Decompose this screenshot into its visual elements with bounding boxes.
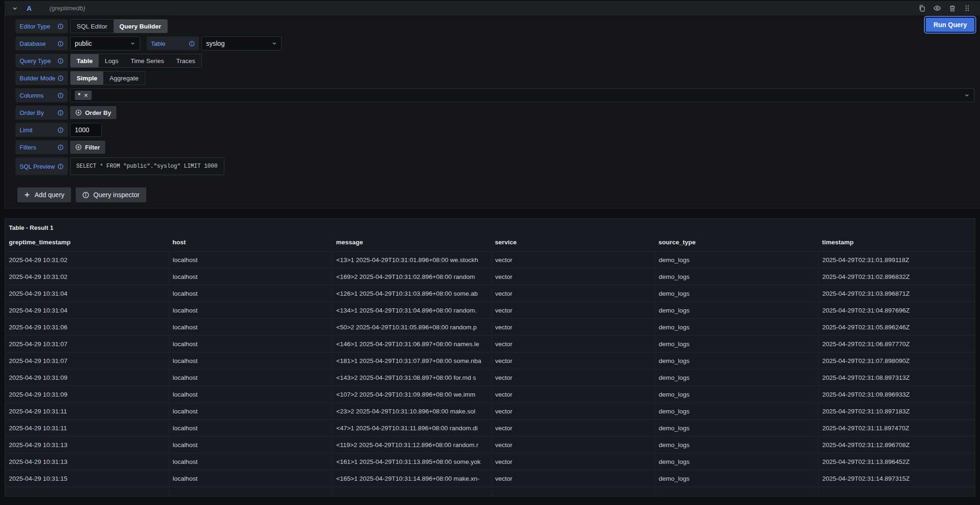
database-select[interactable]: public [70, 36, 140, 50]
column-header-service[interactable]: service [491, 231, 655, 252]
plus-circle-icon [75, 144, 82, 150]
radio-option-aggregate[interactable]: Aggregate [103, 71, 144, 85]
table-row: 2025-04-29 10:31:13localhost<119>2 2025-… [5, 437, 975, 454]
column-header-host[interactable]: host [169, 231, 332, 252]
column-header-timestamp[interactable]: timestamp [818, 231, 975, 252]
column-header-message[interactable]: message [332, 231, 491, 252]
copy-icon[interactable] [918, 5, 926, 12]
info-icon[interactable] [57, 23, 64, 29]
run-query-button[interactable]: Run Query [926, 18, 974, 32]
table-cell: vector [491, 269, 655, 285]
table-cell: localhost [169, 302, 332, 319]
add-order-by-label: Order By [85, 109, 111, 116]
table-row: 2025-04-29 10:31:11localhost<23>2 2025-0… [5, 403, 975, 420]
field-label-columns: Columns [15, 88, 68, 102]
table-cell: localhost [169, 470, 332, 487]
info-icon[interactable] [57, 164, 64, 170]
info-icon[interactable] [57, 110, 64, 116]
table-cell: <181>1 2025-04-29T10:31:07.897+08:00 som… [332, 353, 491, 370]
query-inspector-button[interactable]: Query inspector [76, 187, 146, 202]
plus-icon [24, 192, 30, 198]
field-label-editor-type: Editor Type [15, 19, 68, 33]
add-query-button[interactable]: Add query [17, 187, 71, 202]
query-inspector-label: Query inspector [93, 191, 140, 199]
table-select-value: syslog [206, 40, 268, 47]
info-icon[interactable] [57, 127, 64, 133]
radio-option-sql-editor[interactable]: SQL Editor [71, 20, 114, 33]
table-row: 2025-04-29 10:31:04localhost<126>1 2025-… [5, 285, 975, 302]
table-row: 2025-04-29 10:31:02localhost<13>1 2025-0… [5, 252, 975, 269]
drag-handle-icon[interactable] [964, 5, 971, 12]
radio-option-simple[interactable]: Simple [71, 71, 103, 85]
table-cell: <169>2 2025-04-29T10:31:02.896+08:00 ran… [332, 269, 491, 285]
plus-circle-icon [75, 109, 82, 116]
table-cell: vector [491, 336, 655, 353]
radio-option-traces[interactable]: Traces [170, 54, 201, 67]
table-cell: <146>1 2025-04-29T10:31:06.897+08:00 nam… [332, 336, 491, 353]
chevron-down-icon [964, 92, 970, 98]
table-cell: 2025-04-29 10:31:13 [5, 454, 169, 470]
radio-option-query-builder[interactable]: Query Builder [114, 20, 167, 33]
eye-icon[interactable] [933, 4, 941, 12]
table-cell: demo_logs [655, 269, 818, 285]
info-icon[interactable] [57, 144, 64, 150]
chevron-down-icon[interactable] [12, 5, 18, 12]
table-cell: 2025-04-29 10:31:02 [5, 269, 169, 285]
add-order-by-button[interactable]: Order By [70, 106, 116, 119]
info-icon[interactable] [57, 92, 64, 99]
table-cell: localhost [169, 285, 332, 302]
field-label-text: Query Type [20, 57, 51, 64]
table-cell: localhost [169, 454, 332, 470]
query-row-actions [918, 4, 971, 12]
limit-input[interactable] [70, 123, 102, 137]
table-row: 2025-04-29 10:31:06localhost<50>2 2025-0… [5, 319, 975, 336]
table-row-partial [5, 487, 975, 497]
query-row-header[interactable]: A (greptimedb) [5, 1, 980, 15]
table-cell: 2025-04-29 10:31:09 [5, 370, 169, 386]
table-cell: 2025-04-29T02:31:01.899118Z [818, 252, 975, 269]
datasource-name: (greptimedb) [50, 5, 86, 12]
field-label-text: Table [151, 40, 165, 47]
result-table: greptime_timestamphostmessageservicesour… [5, 231, 975, 497]
info-icon[interactable] [57, 75, 64, 81]
table-cell: vector [491, 454, 655, 470]
column-header-greptime_timestamp[interactable]: greptime_timestamp [5, 231, 169, 252]
table-select[interactable]: syslog [201, 36, 282, 50]
info-icon[interactable] [57, 41, 64, 47]
table-cell: 2025-04-29T02:31:03.896871Z [818, 285, 975, 302]
table-cell: demo_logs [655, 420, 818, 437]
field-row-builder-mode: Builder Mode SimpleAggregate [15, 71, 980, 85]
column-header-source_type[interactable]: source_type [655, 231, 818, 252]
add-query-label: Add query [35, 191, 64, 199]
table-cell: demo_logs [655, 386, 818, 403]
field-row-columns: Columns * [15, 88, 980, 102]
add-filter-button[interactable]: Filter [70, 141, 105, 154]
table-cell: 2025-04-29T02:31:02.896832Z [818, 269, 975, 285]
table-cell: demo_logs [655, 370, 818, 386]
table-cell: vector [491, 470, 655, 487]
column-chip: * [75, 91, 92, 100]
add-filter-label: Filter [85, 144, 100, 151]
field-label-text: Builder Mode [20, 75, 56, 82]
table-cell: demo_logs [655, 336, 818, 353]
table-cell: 2025-04-29T02:31:11.897470Z [818, 420, 975, 437]
info-icon[interactable] [57, 58, 64, 64]
table-cell: localhost [169, 336, 332, 353]
table-cell: 2025-04-29 10:31:02 [5, 252, 169, 269]
sql-preview-box: SELECT * FROM "public"."syslog" LIMIT 10… [70, 157, 224, 175]
radio-option-table[interactable]: Table [71, 54, 99, 67]
chevron-down-icon [272, 41, 277, 46]
trash-icon[interactable] [949, 5, 956, 12]
result-table-head-row: greptime_timestamphostmessageservicesour… [5, 231, 975, 252]
x-icon[interactable] [84, 93, 88, 98]
radio-option-logs[interactable]: Logs [99, 54, 124, 67]
columns-multiselect[interactable]: * [70, 88, 974, 102]
table-cell: vector [491, 319, 655, 336]
table-row: 2025-04-29 10:31:11localhost<47>1 2025-0… [5, 420, 975, 437]
field-label-text: SQL Preview [20, 163, 55, 170]
table-cell: demo_logs [655, 454, 818, 470]
table-cell: vector [491, 353, 655, 370]
field-row-database: Database public Table syslog [15, 36, 980, 50]
info-icon[interactable] [189, 41, 195, 47]
radio-option-time-series[interactable]: Time Series [125, 54, 171, 67]
